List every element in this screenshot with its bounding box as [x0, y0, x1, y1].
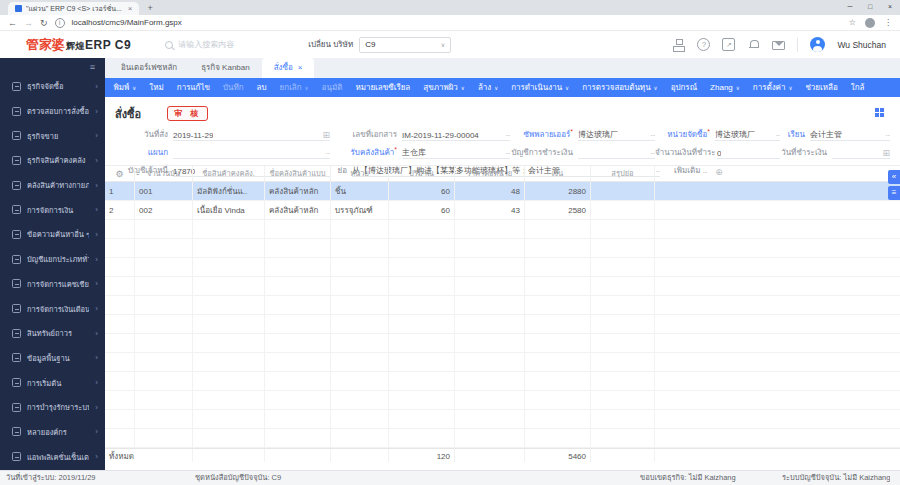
export-icon[interactable]: ↗: [722, 38, 735, 51]
back-icon[interactable]: ←: [8, 16, 17, 30]
sidebar-item-maintenance[interactable]: การบำรุงรักษาระบบ›: [0, 395, 105, 420]
toolbar-settings[interactable]: การตั้งค่า∨: [746, 81, 799, 94]
table-empty-row[interactable]: [105, 372, 900, 391]
order-date-input[interactable]: 2019-11-29⊞: [173, 129, 330, 141]
sidebar-item-general-ledger[interactable]: บัญชีแยกประเภททั่วไป›: [0, 247, 105, 272]
close-icon[interactable]: ×: [298, 58, 303, 78]
help-icon[interactable]: ?: [697, 38, 710, 51]
panel-expand-button[interactable]: «: [888, 170, 900, 184]
table-empty-row[interactable]: [105, 277, 900, 296]
table-empty-row[interactable]: [105, 391, 900, 410]
sidebar-collapse-button[interactable]: ≡: [0, 58, 105, 74]
toolbar-help[interactable]: ช่วยเหลือ: [799, 81, 844, 94]
refresh-icon[interactable]: ↻: [40, 16, 48, 30]
toolbar-new[interactable]: ใหม่: [143, 81, 170, 94]
ellipsis-button[interactable]: ···: [322, 149, 330, 158]
bell-icon[interactable]: [747, 38, 760, 51]
sidebar-item-basic-data[interactable]: ข้อมูลพื้นฐาน›: [0, 346, 105, 371]
table-empty-row[interactable]: [105, 334, 900, 353]
tab-main-interface[interactable]: อินเตอร์เฟซหลัก: [109, 58, 189, 78]
sidebar-item-cashier[interactable]: การจัดการแคชเชียร์›: [0, 272, 105, 297]
window-minimize-button[interactable]: ─: [840, 0, 860, 15]
user-name[interactable]: Wu Shuchan: [837, 40, 886, 50]
tab-kanban[interactable]: ธุรกิจ Kanban: [189, 58, 262, 78]
calendar-icon[interactable]: ⊞: [879, 148, 890, 158]
toolbar-operation[interactable]: การดำเนินงาน∨: [505, 81, 576, 94]
table-empty-row[interactable]: [105, 315, 900, 334]
table-empty-row[interactable]: [105, 296, 900, 315]
sidebar-item-purchase[interactable]: ธุรกิจจัดซื้อ›: [0, 74, 105, 99]
caret-icon: ∨: [494, 85, 498, 91]
window-maximize-button[interactable]: □: [860, 0, 880, 15]
sidebar-item-app-center[interactable]: แอพพลิเคชั่นเซ็นเตอร์›: [0, 444, 105, 469]
url-text[interactable]: localhost/cmc9/MainForm.gspx: [72, 18, 182, 27]
sidebar-item-order-review[interactable]: ตรวจสอบการสั่งซื้อ›: [0, 99, 105, 124]
payment-date-input[interactable]: ⊞: [832, 147, 890, 159]
sidebar-item-payroll[interactable]: การจัดการเงินเดือน›: [0, 296, 105, 321]
panel-list-button[interactable]: ≡: [888, 186, 900, 200]
department-input[interactable]: ···: [173, 147, 330, 159]
toolbar-close[interactable]: ใกล้: [844, 81, 871, 94]
table-total-row: ทั้งหมด 120 5460: [105, 448, 900, 462]
ellipsis-button[interactable]: ···: [502, 149, 510, 158]
user-avatar[interactable]: [810, 37, 825, 52]
sidebar-item-finance[interactable]: การจัดการเงิน›: [0, 197, 105, 222]
company-select[interactable]: C9 ∨: [359, 37, 451, 53]
toolbar-serial-number[interactable]: หมายเลขซีเรียล: [349, 81, 417, 94]
mail-icon[interactable]: [772, 41, 785, 50]
toolbar-tools[interactable]: อุปกรณ์: [664, 81, 703, 94]
toolbar-reports[interactable]: Zhang∨: [704, 83, 747, 92]
new-tab-button[interactable]: +: [147, 2, 152, 15]
tab-close-icon[interactable]: ×: [126, 4, 133, 13]
bookmark-star-icon[interactable]: ☆: [849, 16, 856, 30]
table-empty-row[interactable]: [105, 410, 900, 429]
toolbar-edit[interactable]: การแก้ไข: [170, 81, 216, 94]
gear-icon[interactable]: ⚙: [105, 166, 135, 181]
sidebar-item-fixed-assets[interactable]: สินทรัพย์ถาวร›: [0, 321, 105, 346]
table-empty-row[interactable]: [105, 258, 900, 277]
payment-account-input[interactable]: ···: [578, 147, 655, 159]
toolbar-audit-check[interactable]: การตรวจสอบต้นทุน∨: [576, 81, 665, 94]
sidebar-item-initialization[interactable]: การเริ่มต้น›: [0, 370, 105, 395]
toolbar-refresh[interactable]: ล้าง∨: [471, 81, 504, 94]
site-info-icon[interactable]: i: [55, 18, 65, 28]
doc-no-input[interactable]: IM-2019-11-29-00004···: [402, 129, 510, 141]
ellipsis-button[interactable]: ···: [882, 131, 890, 140]
table-row[interactable]: 2 002 เนื้อเยื่อ Vinda คลังสินค้าหลัก บร…: [105, 201, 900, 220]
ellipsis-button[interactable]: ···: [647, 149, 655, 158]
sidebar-item-queries[interactable]: ข้อความค้นหาอื่น ๆ›: [0, 222, 105, 247]
search-input[interactable]: [178, 40, 260, 49]
table-row[interactable]: 1 001 มัลติฟังก์ชั่นแ.. คลังสินค้าหลัก ช…: [105, 182, 900, 201]
status-bar: วันที่เข้าสู่ระบบ: 2019/11/29 ชุดหนังสือ…: [0, 470, 900, 485]
chevron-right-icon: ›: [95, 452, 105, 461]
table-empty-row[interactable]: [105, 429, 900, 448]
ellipsis-button[interactable]: ···: [502, 131, 510, 140]
toolbar-delete[interactable]: ลบ: [250, 81, 273, 94]
table-empty-row[interactable]: [105, 239, 900, 258]
paid-amount-input[interactable]: 0: [717, 147, 780, 159]
browser-tab[interactable]: "แผ่วน" ERP C9 <S> เวอร์ชั่น... ×: [8, 2, 139, 15]
recv-warehouse-input[interactable]: 主仓库···: [402, 147, 510, 159]
grid-view-icon[interactable]: [875, 108, 884, 117]
sidebar-item-physical-warehouse[interactable]: คลังสินค้าทางกายภาพ›: [0, 173, 105, 198]
table-empty-row[interactable]: [105, 353, 900, 372]
purchase-unit-input[interactable]: 博达玻璃厂···: [715, 129, 780, 141]
window-close-button[interactable]: ×: [880, 0, 900, 15]
org-multi-icon: [12, 427, 21, 436]
browser-menu-icon[interactable]: ⋮: [884, 16, 892, 30]
sidebar-item-sales[interactable]: ธุรกิจขาย›: [0, 123, 105, 148]
sidebar-item-inventory[interactable]: ธุรกิจสินค้าคงคลัง›: [0, 148, 105, 173]
toolbar-skin[interactable]: สุขภาพผิว∨: [417, 81, 472, 94]
ellipsis-button[interactable]: ···: [647, 131, 655, 140]
calendar-icon[interactable]: ⊞: [319, 130, 330, 140]
sidebar-item-multi-org[interactable]: หลายองค์กร›: [0, 420, 105, 445]
supplier-input[interactable]: 博达玻璃厂···: [578, 129, 655, 141]
ellipsis-button[interactable]: ···: [772, 131, 780, 140]
table-empty-row[interactable]: [105, 220, 900, 239]
toolbar-print[interactable]: พิมพ์∨: [107, 81, 143, 94]
org-structure-icon[interactable]: [672, 38, 685, 51]
forward-icon[interactable]: →: [24, 16, 33, 30]
attn-input[interactable]: 会计主管···: [810, 129, 890, 141]
browser-profile-avatar[interactable]: [865, 18, 875, 28]
tab-purchase-order[interactable]: สั่งซื้อ ×: [262, 58, 315, 78]
